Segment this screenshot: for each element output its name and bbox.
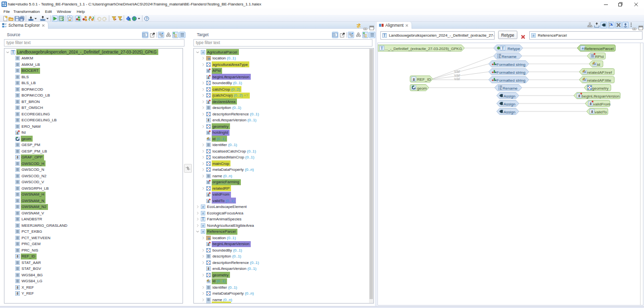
svg-text:beginLifespanVersion: beginLifespanVersion — [582, 94, 620, 99]
svg-text:validFrom: validFrom — [593, 102, 610, 106]
svg-text:Rename: Rename — [503, 86, 518, 91]
svg-text:geometry: geometry — [592, 86, 608, 91]
svg-text:ft: ft — [202, 205, 204, 208]
svg-text:8: 8 — [207, 75, 209, 79]
svg-text:relatedAP.title: relatedAP.title — [587, 78, 611, 83]
svg-text:T: T — [202, 217, 204, 221]
svg-text:8: 8 — [16, 131, 18, 135]
svg-text:8: 8 — [207, 100, 209, 103]
svg-text:id: id — [597, 62, 600, 67]
svg-text:8: 8 — [207, 199, 209, 203]
svg-text:8: 8 — [207, 267, 209, 270]
svg-text:ft: ft — [202, 211, 204, 214]
svg-text:RPid: RPid — [595, 54, 603, 59]
svg-text:Assign: Assign — [504, 110, 515, 114]
svg-text:8: 8 — [207, 118, 209, 122]
svg-text:T: T — [383, 34, 386, 38]
svg-text:ReferenceParcel: ReferenceParcel — [584, 47, 614, 51]
svg-text:8: 8 — [590, 102, 592, 106]
svg-text:8: 8 — [578, 94, 580, 98]
svg-text:ft: ft — [202, 230, 204, 233]
svg-text:T: T — [12, 51, 14, 54]
svg-text:8: 8 — [413, 77, 414, 82]
svg-text:relatedAP.href: relatedAP.href — [587, 70, 612, 75]
svg-text:..._-_Definitief_(extractie_27: ..._-_Definitief_(extractie_27-03-2025)_… — [385, 47, 462, 51]
svg-text:8: 8 — [16, 255, 18, 258]
svg-text:Formatted string: Formatted string — [497, 78, 525, 83]
svg-text:8: 8 — [16, 155, 18, 159]
svg-text:n: n — [208, 237, 209, 240]
svg-text:T: T — [380, 46, 383, 51]
svg-text:8: 8 — [16, 292, 18, 295]
svg-text:Formatted string: Formatted string — [497, 62, 525, 67]
svg-text:REF_ID: REF_ID — [417, 77, 431, 82]
svg-text:?: ? — [145, 17, 147, 20]
svg-text:Assign: Assign — [504, 94, 515, 99]
svg-text:Retype: Retype — [507, 47, 520, 51]
svg-text:Formatted string: Formatted string — [497, 70, 525, 75]
svg-text:T: T — [502, 46, 504, 51]
svg-text:var: var — [454, 76, 460, 81]
svg-text:validTo: validTo — [595, 110, 607, 114]
svg-text:Assign: Assign — [504, 102, 515, 106]
svg-text:8: 8 — [16, 286, 18, 289]
svg-text:ft: ft — [202, 50, 204, 53]
svg-text:ft: ft — [202, 223, 204, 227]
svg-text:ft: ft — [533, 34, 535, 37]
svg-text:n: n — [208, 58, 209, 60]
svg-text:geom: geom — [417, 86, 427, 91]
svg-text:8: 8 — [591, 109, 593, 114]
svg-text:8: 8 — [207, 193, 209, 197]
svg-text:Rename: Rename — [502, 54, 517, 59]
svg-text:8: 8 — [207, 243, 209, 246]
